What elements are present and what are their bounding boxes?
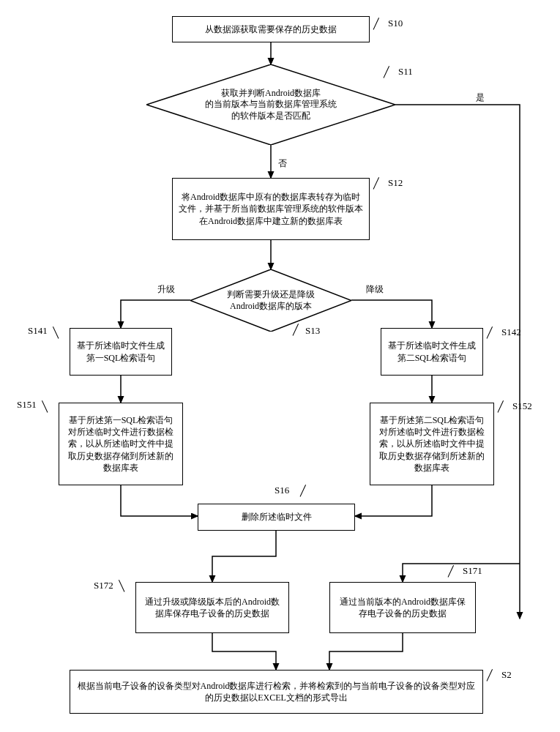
step-label-s152: S152 <box>512 400 532 412</box>
node-s152: 基于所述第二SQL检索语句对所述临时文件进行数据检索，以从所述临时文件中提取历史… <box>370 403 494 485</box>
node-text: 从数据源获取需要保存的历史数据 <box>205 23 337 35</box>
node-text: 基于所述第二SQL检索语句对所述临时文件进行数据检索，以从所述临时文件中提取历史… <box>376 414 488 474</box>
node-text: 根据当前电子设备的设备类型对Android数据库进行检索，并将检索到的与当前电子… <box>76 680 477 703</box>
node-s16: 删除所述临时文件 <box>198 504 355 531</box>
node-s10: 从数据源获取需要保存的历史数据 <box>172 16 370 42</box>
step-label-s141: S141 <box>28 325 48 337</box>
node-text: 通过当前版本的Android数据库保存电子设备的历史数据 <box>336 596 469 619</box>
step-label-s2: S2 <box>501 669 512 681</box>
edge-label-downgrade: 降级 <box>366 283 384 296</box>
edge-label-yes: 是 <box>476 92 485 104</box>
step-label-s12: S12 <box>388 177 403 189</box>
node-text: 判断需要升级还是降级Android数据库的版本 <box>211 289 331 312</box>
step-label-s172: S172 <box>94 580 113 591</box>
edge-label-no: 否 <box>278 157 287 170</box>
node-text: 基于所述第一SQL检索语句对所述临时文件进行数据检索，以从所述临时文件中提取历史… <box>65 414 176 474</box>
step-label-s142: S142 <box>501 326 521 338</box>
node-s141: 基于所述临时文件生成第一SQL检索语句 <box>70 328 172 376</box>
node-s172: 通过升级或降级版本后的Android数据库保存电子设备的历史数据 <box>135 582 289 633</box>
step-label-s11: S11 <box>398 66 413 78</box>
node-text: 基于所述临时文件生成第一SQL检索语句 <box>76 340 165 363</box>
node-s11: 获取并判断Android数据库的当前版本与当前数据库管理系统的软件版本是否匹配 <box>146 64 395 145</box>
edge-label-upgrade: 升级 <box>157 283 175 296</box>
step-label-s16: S16 <box>275 485 289 496</box>
node-text: 通过升级或降级版本后的Android数据库保存电子设备的历史数据 <box>142 596 283 619</box>
step-label-s171: S171 <box>463 565 482 577</box>
node-text: 获取并判断Android数据库的当前版本与当前数据库管理系统的软件版本是否匹配 <box>183 88 359 122</box>
node-s12: 将Android数据库中原有的数据库表转存为临时文件，并基于所当前数据库管理系统… <box>172 178 370 240</box>
node-s142: 基于所述临时文件生成第二SQL检索语句 <box>381 328 483 376</box>
node-s2: 根据当前电子设备的设备类型对Android数据库进行检索，并将检索到的与当前电子… <box>70 670 483 714</box>
node-text: 基于所述临时文件生成第二SQL检索语句 <box>387 340 477 363</box>
step-label-s10: S10 <box>388 18 403 29</box>
step-label-s151: S151 <box>17 399 37 411</box>
node-text: 删除所述临时文件 <box>242 511 312 523</box>
node-text: 将Android数据库中原有的数据库表转存为临时文件，并基于所当前数据库管理系统… <box>179 191 363 227</box>
node-s151: 基于所述第一SQL检索语句对所述临时文件进行数据检索，以从所述临时文件中提取历史… <box>59 403 183 485</box>
node-s13: 判断需要升级还是降级Android数据库的版本 <box>190 269 351 332</box>
step-label-s13: S13 <box>305 325 320 337</box>
node-s171: 通过当前版本的Android数据库保存电子设备的历史数据 <box>329 582 476 633</box>
flowchart-canvas: 从数据源获取需要保存的历史数据 S10 获取并判断Android数据库的当前版本… <box>7 7 553 725</box>
